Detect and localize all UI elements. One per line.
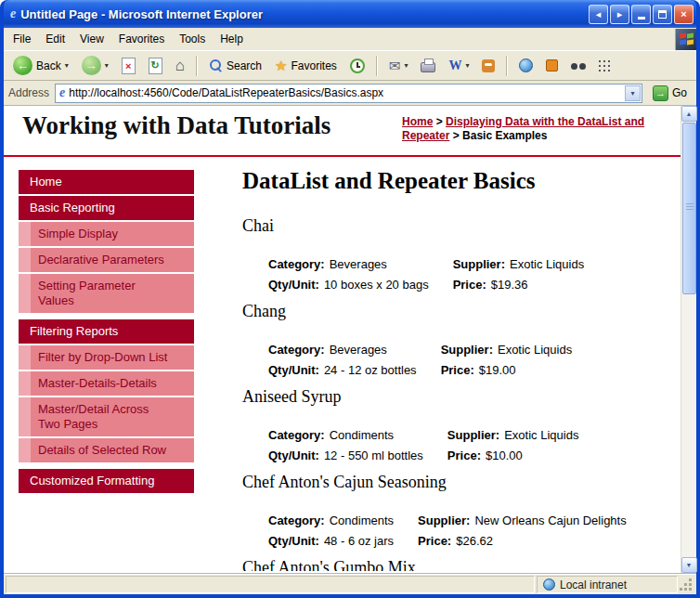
sidebar-item-master-detail-across-two-pages[interactable]: Master/Detail Across Two Pages xyxy=(31,397,194,436)
sidebar-item-customized-formatting[interactable]: Customized Formatting xyxy=(19,469,194,493)
category-value: Beverages xyxy=(330,257,387,271)
price-label: Price: xyxy=(447,448,481,462)
status-message-pane xyxy=(6,576,535,593)
messenger-icon xyxy=(482,59,495,72)
address-input[interactable] xyxy=(69,85,621,101)
window-title: Untitled Page - Microsoft Internet Explo… xyxy=(20,7,584,21)
product-name: Chef Anton's Cajun Seasoning xyxy=(242,473,681,492)
window-arrow-right-button[interactable]: ▸ xyxy=(610,5,629,24)
stop-button[interactable]: × xyxy=(116,55,141,77)
edit-dropdown-icon[interactable]: ▾ xyxy=(465,61,469,70)
search-button[interactable]: Search xyxy=(203,56,267,75)
go-button[interactable]: → Go xyxy=(648,84,692,103)
addon-grid-button[interactable] xyxy=(593,58,616,74)
menu-view[interactable]: View xyxy=(72,30,111,48)
breadcrumb: Home > Displaying Data with the DataList… xyxy=(402,115,655,143)
history-button[interactable] xyxy=(344,56,370,76)
sidebar-item-setting-parameter-values[interactable]: Setting Parameter Values xyxy=(31,274,194,313)
mail-button[interactable]: ✉ ▾ xyxy=(383,55,414,77)
minimize-button[interactable] xyxy=(631,5,651,24)
addon-binoculars-button[interactable] xyxy=(565,57,591,74)
print-button[interactable] xyxy=(415,56,441,75)
security-zone-label: Local intranet xyxy=(560,578,627,592)
menu-edit[interactable]: Edit xyxy=(38,30,72,48)
forward-icon: → xyxy=(82,56,101,75)
site-title: Working with Data Tutorials xyxy=(22,111,331,140)
sidebar-item-home[interactable]: Home xyxy=(19,170,194,194)
sidebar-item-filter-by-drop-down-list[interactable]: Filter by Drop-Down List xyxy=(31,345,194,370)
vertical-scrollbar[interactable]: ▲ ▼ xyxy=(681,106,696,573)
supplier-cell: Supplier:Exotic Liquids xyxy=(447,426,603,444)
sidebar-subitem-row: Master-Details-Details xyxy=(19,371,194,396)
scroll-down-button[interactable]: ▼ xyxy=(681,557,697,573)
sidebar-indent-strip xyxy=(19,345,31,370)
price-label: Price: xyxy=(441,363,474,377)
resize-grip[interactable] xyxy=(680,576,694,593)
forward-button[interactable]: → ▾ xyxy=(76,53,114,78)
qty-label: Qty/Unit: xyxy=(268,363,319,377)
product-item: Aniseed SyrupCategory:CondimentsSupplier… xyxy=(242,387,681,467)
toolbar-separator xyxy=(506,56,508,76)
menu-file[interactable]: File xyxy=(6,30,38,48)
sidebar-item-declarative-parameters[interactable]: Declarative Parameters xyxy=(31,248,194,272)
window-controls: ◂ ▸ × xyxy=(589,5,694,24)
address-dropdown-button[interactable]: ▾ xyxy=(625,85,641,101)
refresh-button[interactable]: ↻ xyxy=(143,55,168,77)
maximize-icon xyxy=(658,10,667,19)
category-value: Condiments xyxy=(330,428,394,442)
product-name: Chang xyxy=(242,302,681,321)
stop-icon: × xyxy=(122,58,136,74)
supplier-value: Exotic Liquids xyxy=(510,257,584,271)
edit-button[interactable]: W ▾ xyxy=(443,56,474,76)
sidebar-indent-strip xyxy=(19,397,31,436)
menu-favorites[interactable]: Favorites xyxy=(111,30,172,48)
page-favicon: e xyxy=(59,85,65,100)
scroll-up-button[interactable]: ▲ xyxy=(681,106,697,122)
sidebar-subitem-row: Filter by Drop-Down List xyxy=(19,345,194,370)
address-bar: Address e ▾ → Go xyxy=(4,81,696,106)
forward-dropdown-icon[interactable]: ▾ xyxy=(105,61,109,70)
price-cell: Price:$19.00 xyxy=(441,361,597,379)
go-icon: → xyxy=(653,85,668,101)
window-arrow-left-button[interactable]: ◂ xyxy=(589,5,608,24)
sidebar-item-details-of-selected-row[interactable]: Details of Selected Row xyxy=(31,438,194,462)
back-button[interactable]: ← Back ▾ xyxy=(7,53,74,78)
price-cell: Price:$26.62 xyxy=(418,532,651,550)
supplier-value: New Orleans Cajun Delights xyxy=(474,514,626,527)
home-button[interactable]: ⌂ xyxy=(170,54,190,78)
breadcrumb-link-home[interactable]: Home xyxy=(402,115,433,128)
favorites-button[interactable]: ★ Favorites xyxy=(269,55,343,77)
category-label: Category: xyxy=(268,343,325,357)
ie-icon: e xyxy=(10,6,16,21)
menu-help[interactable]: Help xyxy=(213,30,251,48)
messenger-button[interactable] xyxy=(476,57,500,75)
toolbar-separator xyxy=(376,56,378,76)
back-dropdown-icon[interactable]: ▾ xyxy=(65,61,69,70)
maximize-button[interactable] xyxy=(653,5,672,24)
addon-button[interactable] xyxy=(540,57,564,74)
product-item: Chef Anton's Gumbo Mix xyxy=(242,558,681,571)
page-header: Working with Data Tutorials Home > Displ… xyxy=(4,106,681,157)
binoculars-icon xyxy=(571,62,586,72)
windows-logo xyxy=(675,29,696,50)
menu-tools[interactable]: Tools xyxy=(172,30,213,48)
title-bar[interactable]: e Untitled Page - Microsoft Internet Exp… xyxy=(4,0,696,28)
addon-globe-button[interactable] xyxy=(513,56,538,75)
mail-dropdown-icon[interactable]: ▾ xyxy=(404,61,408,70)
sidebar-item-filtering-reports[interactable]: Filtering Reports xyxy=(19,319,194,344)
sidebar-item-basic-reporting[interactable]: Basic Reporting xyxy=(19,196,194,220)
globe-icon xyxy=(519,58,533,72)
product-name: Aniseed Syrup xyxy=(242,387,681,407)
breadcrumb-separator: > xyxy=(433,115,446,128)
supplier-label: Supplier: xyxy=(453,257,505,271)
supplier-cell: Supplier:Exotic Liquids xyxy=(441,341,597,358)
minimize-icon xyxy=(638,17,645,20)
category-label: Category: xyxy=(268,428,325,442)
security-zone-pane: Local intranet xyxy=(537,576,678,593)
scrollbar-thumb[interactable] xyxy=(682,123,696,294)
product-details-table: Category:BeveragesSupplier:Exotic Liquid… xyxy=(268,253,608,296)
sidebar-item-simple-display[interactable]: Simple Display xyxy=(31,222,194,246)
sidebar-item-master-details-details[interactable]: Master-Details-Details xyxy=(31,371,194,396)
close-button[interactable]: × xyxy=(674,5,694,24)
sidebar-indent-strip xyxy=(19,222,31,246)
